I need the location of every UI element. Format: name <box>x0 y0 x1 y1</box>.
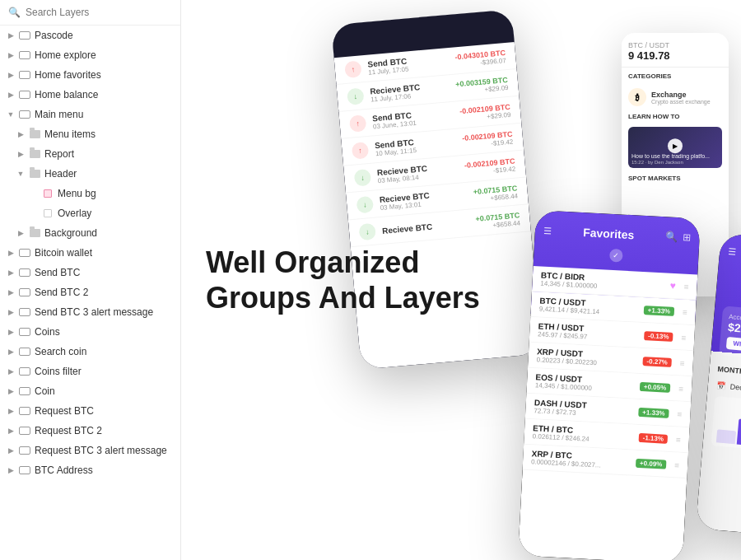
layer-item-2[interactable]: ▶Home explore <box>0 45 180 65</box>
p3-month-label: December <box>729 383 741 394</box>
p3-balance-card: Account balance $22 490.00 WITHDRA... <box>719 306 741 366</box>
screen-icon <box>18 404 31 418</box>
withdraw-button[interactable]: WITHDRA... <box>726 337 741 353</box>
tx-arrow-recv: ↓ <box>358 223 376 241</box>
fav-pair-info: ETH / BTC 0.026112 / $246.24 <box>533 423 635 445</box>
layer-label: BTC Address <box>35 464 93 476</box>
folder-icon <box>28 147 41 161</box>
screen-icon <box>18 306 31 319</box>
fav-menu-icon: ≡ <box>674 460 679 469</box>
tx-amount: -0.043010 BTC -$396.07 <box>454 49 506 68</box>
screen-icon <box>18 88 31 101</box>
layer-label: Menu bg <box>58 188 96 199</box>
layer-item-14[interactable]: ▶Send BTC 2 <box>0 282 180 302</box>
layer-item-20[interactable]: ▶Request BTC <box>0 401 180 421</box>
search-input[interactable] <box>26 7 172 18</box>
cat-sub: Crypto asset exchange <box>651 99 711 105</box>
layer-item-11[interactable]: ▶Background <box>0 223 180 243</box>
layer-item-12[interactable]: ▶Bitcoin wallet <box>0 243 180 263</box>
layer-item-17[interactable]: ▶Search coin <box>0 342 180 362</box>
chevron-icon: ▶ <box>7 71 15 79</box>
fav-menu-icon: ≡ <box>680 358 685 367</box>
layer-item-21[interactable]: ▶Request BTC 2 <box>0 421 180 441</box>
screen-icon <box>18 286 31 299</box>
chevron-icon: ▶ <box>7 387 15 395</box>
fav-pair-info: XRP / BTC 0.00002146 / $0.2027... <box>531 449 631 470</box>
layer-item-9[interactable]: Menu bg <box>0 184 180 203</box>
layer-label: Bitcoin wallet <box>35 247 92 259</box>
tx-amount: +0.003159 BTC +$29.09 <box>455 75 509 95</box>
tx-info: Recieve BTC 11 July, 17:06 <box>370 80 450 103</box>
chevron-icon: ▶ <box>7 407 15 415</box>
hamburger-icon-p3: ☰ <box>728 245 737 257</box>
layer-item-13[interactable]: ▶Send BTC <box>0 263 180 282</box>
layer-item-19[interactable]: ▶Coin <box>0 381 180 401</box>
layer-label: Send BTC 3 alert message <box>35 306 153 318</box>
video-thumb: ▶ How to use the trading platfo... 15:22… <box>628 127 722 168</box>
cat-btc-pair: BTC / USDT <box>628 41 722 49</box>
tx-info: Recieve BTC 03 May, 08:14 <box>376 161 459 185</box>
learn-section-label: LEARN HOW TO <box>622 110 729 124</box>
fav-change: +1.33% <box>638 407 669 418</box>
screen-icon <box>18 365 31 378</box>
calendar-icon: 📅 <box>715 381 725 390</box>
rect-icon <box>41 187 54 200</box>
layer-item-8[interactable]: ▼Header <box>0 164 180 184</box>
folder-icon <box>28 226 41 240</box>
layer-item-16[interactable]: ▶Coins <box>0 322 180 342</box>
fav-change: +0.09% <box>636 458 667 469</box>
cat-header: BTC / USDT 9 419.78 <box>622 33 729 68</box>
fav-pair-info: BTC / BIDR 14,345 / $1.000000 <box>540 270 665 293</box>
layer-item-7[interactable]: ▶Report <box>0 144 180 164</box>
fav-pair-info: BTC / USDT 9,421.14 / $9,421.14 <box>539 296 640 317</box>
spot-header: SPOT MARKETS <box>622 171 729 185</box>
layer-label: Menu items <box>44 128 96 140</box>
screen-icon <box>18 266 31 279</box>
fav-change: +0.05% <box>640 381 671 392</box>
phone-favorites-screen: ☰ Favorites 🔍 ⊞ ✓ BTC / BIDR 14,345 / $1… <box>518 210 701 560</box>
search-icon: 🔍 <box>8 7 21 18</box>
search-bar[interactable]: 🔍 <box>0 0 180 26</box>
screen-icon <box>18 49 31 62</box>
chevron-icon: ▶ <box>7 348 15 356</box>
screen-icon <box>18 345 31 358</box>
chevron-icon: ▶ <box>7 308 15 316</box>
tx-arrow-recv: ↓ <box>356 196 374 214</box>
fav-menu-icon: ≡ <box>681 333 686 342</box>
tx-info: Recieve BTC <box>382 218 470 235</box>
screen-icon <box>18 444 31 457</box>
fav-menu-icon: ≡ <box>678 384 683 393</box>
layer-item-4[interactable]: ▶Home balance <box>0 85 180 105</box>
chevron-icon: ▶ <box>7 51 15 59</box>
cat-btc-price: 9 419.78 <box>628 49 722 62</box>
chevron-icon: ▶ <box>7 466 15 474</box>
screen-icon <box>18 325 31 338</box>
chevron-icon: ▶ <box>7 328 15 336</box>
screen-icon <box>18 68 31 82</box>
layer-item-22[interactable]: ▶Request BTC 3 alert message <box>0 441 180 460</box>
layer-label: Coins <box>35 326 60 338</box>
layer-label: Coin <box>35 385 55 397</box>
layer-item-23[interactable]: ▶BTC Address <box>0 460 180 480</box>
layer-item-15[interactable]: ▶Send BTC 3 alert message <box>0 302 180 322</box>
cat-section-label: CATEGORIES <box>622 68 729 85</box>
video-info: 15:22 · by Den Jackson <box>631 160 710 165</box>
tx-info: Send BTC 11 July, 17:05 <box>367 53 450 77</box>
layer-list: ▶Pascode▶Home explore▶Home favorites▶Hom… <box>0 26 180 560</box>
layer-item-18[interactable]: ▶Coins filter <box>0 362 180 381</box>
layer-item-3[interactable]: ▶Home favorites <box>0 65 180 85</box>
layer-label: Home explore <box>35 49 96 61</box>
layer-label: Coins filter <box>35 366 82 377</box>
layer-item-5[interactable]: ▼Main menu <box>0 105 180 124</box>
layer-item-10[interactable]: Overlay <box>0 203 180 223</box>
layer-item-6[interactable]: ▶Menu items <box>0 124 180 144</box>
layer-label: Search coin <box>35 346 86 357</box>
layer-label: Header <box>44 168 77 180</box>
chevron-icon: ▶ <box>7 288 15 296</box>
tx-info: Recieve BTC 03 May, 13:01 <box>379 188 468 212</box>
layer-label: Pascode <box>35 30 73 41</box>
layer-item-1[interactable]: ▶Pascode <box>0 26 180 45</box>
layer-label: Request BTC 3 alert message <box>35 445 167 456</box>
screen-icon <box>18 29 31 42</box>
video-play-icon: ▶ <box>668 138 683 153</box>
